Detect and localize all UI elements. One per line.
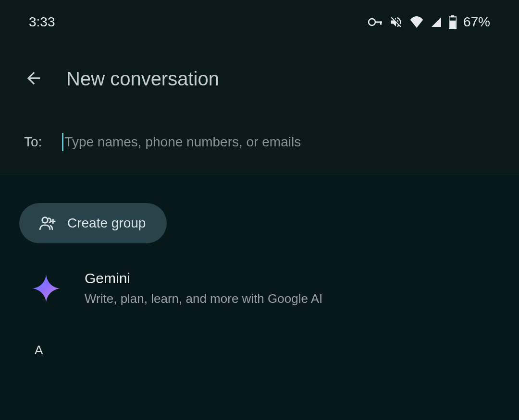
group-add-icon xyxy=(39,216,57,231)
content-area: Create group Gemini Write, plan, learn, … xyxy=(0,173,519,420)
app-bar: New conversation xyxy=(0,39,519,119)
gemini-subtitle: Write, plan, learn, and more with Google… xyxy=(85,291,322,306)
battery-icon xyxy=(449,15,457,29)
gemini-title: Gemini xyxy=(85,270,322,287)
back-button[interactable] xyxy=(24,69,43,90)
svg-rect-2 xyxy=(380,22,382,25)
wifi-icon xyxy=(409,16,424,28)
mute-icon xyxy=(389,15,403,29)
arrow-back-icon xyxy=(24,69,43,88)
to-label: To: xyxy=(24,134,42,150)
gemini-sparkle-icon xyxy=(31,273,62,304)
create-group-label: Create group xyxy=(67,216,146,231)
recipient-row: To: xyxy=(0,119,519,173)
battery-percentage: 67% xyxy=(463,14,490,30)
page-title: New conversation xyxy=(66,68,219,90)
contacts-section-header: A xyxy=(0,316,519,358)
status-bar: 3:33 67% xyxy=(0,0,519,39)
status-time: 3:33 xyxy=(29,14,55,30)
status-icons: 67% xyxy=(368,14,490,30)
vpn-key-icon xyxy=(368,18,383,26)
recipient-input-wrap[interactable] xyxy=(62,133,495,151)
svg-point-6 xyxy=(42,217,48,223)
recipient-input[interactable] xyxy=(64,134,495,150)
gemini-text: Gemini Write, plan, learn, and more with… xyxy=(85,270,322,306)
text-cursor xyxy=(62,133,63,151)
svg-point-0 xyxy=(369,19,375,25)
signal-icon xyxy=(431,16,442,28)
svg-rect-5 xyxy=(449,21,456,28)
gemini-item[interactable]: Gemini Write, plan, learn, and more with… xyxy=(0,243,519,316)
create-group-button[interactable]: Create group xyxy=(19,203,167,243)
